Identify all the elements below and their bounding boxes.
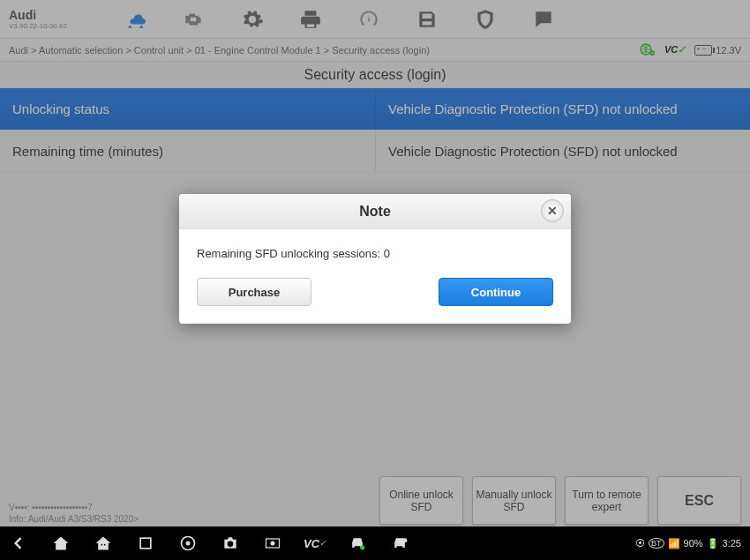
location-icon: ⦿ (635, 538, 645, 549)
back-icon[interactable] (9, 534, 28, 553)
svg-point-7 (360, 546, 364, 550)
home-icon[interactable] (51, 534, 71, 553)
nav-left: VC✓ (9, 534, 409, 553)
car-nav-icon[interactable] (348, 534, 367, 553)
home-robot-icon[interactable] (94, 534, 113, 553)
dialog-message: Remaining SFD unlocking sessions: 0 (179, 229, 571, 269)
battery-percent: 90% (684, 538, 703, 549)
svg-point-6 (271, 541, 275, 546)
recents-icon[interactable] (136, 534, 155, 553)
car-person-icon[interactable] (390, 534, 409, 553)
battery-nav-icon: 🔋 (707, 538, 719, 549)
brightness-icon[interactable] (263, 534, 282, 553)
bt-icon: BT (649, 538, 664, 549)
nav-status: ⦿ BT 📶 90% 🔋 3:25 (635, 538, 741, 549)
close-icon[interactable]: ✕ (541, 199, 564, 222)
vci-nav-icon[interactable]: VC✓ (305, 534, 325, 553)
browser-icon[interactable] (178, 534, 198, 553)
note-dialog: Note ✕ Remaining SFD unlocking sessions:… (179, 194, 571, 324)
clock: 3:25 (723, 538, 741, 549)
svg-rect-2 (140, 538, 151, 549)
app-root: Audi V3.90.22-10.00.62 (0, 0, 750, 560)
dialog-title: Note (359, 204, 391, 220)
camera-icon[interactable] (221, 534, 240, 553)
dialog-actions: Purchase Continue (179, 269, 571, 324)
android-navbar: VC✓ ⦿ BT 📶 90% 🔋 3:25 (0, 526, 750, 560)
wifi-icon: 📶 (668, 538, 680, 549)
svg-point-8 (402, 538, 407, 542)
svg-point-4 (186, 541, 191, 546)
dialog-header: Note ✕ (179, 194, 571, 229)
purchase-button[interactable]: Purchase (197, 278, 311, 306)
continue-button[interactable]: Continue (439, 278, 553, 306)
